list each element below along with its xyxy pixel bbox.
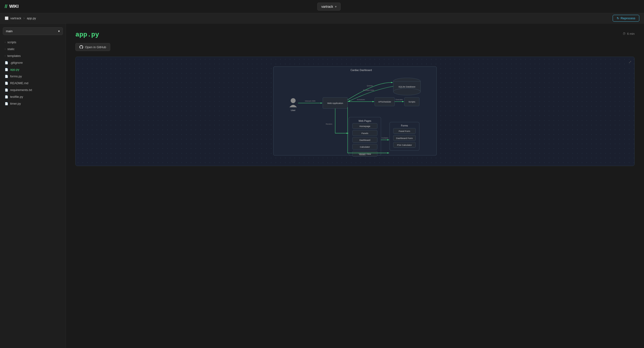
sidebar-item-label: templates [7, 54, 20, 58]
top-nav: // WIKI vartrack ▾ [0, 0, 644, 13]
webpages-group [349, 117, 381, 156]
expand-icon[interactable]: ⤢ [628, 60, 632, 64]
branch-name: main [6, 29, 12, 33]
chevron-down-icon: ▾ [335, 5, 336, 8]
chevron-right-icon: › [5, 55, 6, 57]
logo-slashes: // [5, 4, 7, 9]
reprocess-icon: ↻ [617, 16, 619, 20]
user-head [291, 98, 296, 103]
breadcrumb-repo[interactable]: vartrack [10, 16, 21, 20]
webpages-label: Web Pages [358, 119, 371, 122]
panelform-label: Panel Form [399, 130, 410, 132]
edge-label-executes: Executes [396, 99, 403, 101]
repo-name: vartrack [321, 5, 333, 8]
breadcrumb-separator: > [23, 16, 25, 20]
chevron-right-icon: › [5, 48, 6, 50]
sidebar-item-apppy[interactable]: 📄 app.py [1, 66, 65, 73]
sqlite-bottom [393, 88, 421, 95]
sidebar-item-readmemd[interactable]: 📄 README.md [1, 80, 65, 87]
repo-selector[interactable]: vartrack ▾ [317, 2, 340, 10]
reprocess-label: Reprocess [621, 16, 635, 20]
sidebar-item-label: static [7, 47, 14, 51]
edge-label-provides: Provides Data [363, 89, 374, 91]
read-time: ⏱ 6 min [622, 32, 634, 35]
sidebar-item-testfilepy[interactable]: 📄 testfile.py [1, 93, 65, 100]
open-in-github-button[interactable]: Open in GitHub [76, 43, 110, 51]
edge-label-interacts: Interacts With [305, 100, 316, 102]
github-icon [80, 45, 83, 49]
edge-label-schedules: Schedules [357, 99, 365, 101]
edge-label-renders: Renders [326, 123, 332, 125]
ps4calc-label: PS4 Calculator [397, 144, 412, 146]
file-icon: 📄 [5, 68, 8, 71]
calculator-label: Calculator [360, 146, 370, 148]
chevron-right-icon: › [5, 41, 6, 43]
sidebar-item-label: scripts [7, 40, 16, 44]
cardiac-dashboard-label: Cardiac Dashboard [350, 69, 372, 71]
file-icon: 📄 [5, 61, 8, 64]
sidebar-item-label: requirements.txt [10, 88, 32, 92]
forms-label: Forms [401, 124, 408, 127]
sidebar: main ▾ › scripts › static › templates 📄 … [0, 23, 66, 348]
file-icon: 📄 [5, 95, 8, 99]
edge-label-queries: Queries [367, 85, 373, 87]
branch-arrow-icon: ▾ [58, 29, 60, 33]
webapp-label: Web Application [327, 102, 343, 104]
branch-selector[interactable]: main ▾ [3, 27, 63, 35]
diagram-container: ⤢ Cardiac Dashboard SQLite Datab [76, 57, 634, 166]
sidebar-item-scripts[interactable]: › scripts [1, 39, 65, 46]
logo-text: WIKI [9, 4, 18, 9]
dashboard-label: Dashboard [360, 139, 370, 141]
file-icon: 📄 [5, 82, 8, 85]
sidebar-item-label: forms.py [10, 75, 22, 78]
user-label: User [291, 109, 296, 111]
sidebar-item-label: .gitignore [10, 61, 22, 64]
page-title: app.py [76, 31, 634, 38]
scripts-label: Scripts [408, 100, 415, 103]
sqlite-label: SQLite Database [398, 85, 416, 88]
sidebar-item-label: timer.py [10, 102, 21, 105]
file-icon: 📄 [5, 75, 8, 78]
clock-icon: ⏱ [622, 32, 626, 35]
breadcrumb: ⬜ vartrack > app.py [5, 16, 36, 20]
logo: // WIKI [5, 4, 18, 9]
apscheduler-label: APScheduler [378, 100, 391, 103]
file-icon: 📄 [5, 102, 8, 105]
sidebar-item-formspy[interactable]: 📄 forms.py [1, 73, 65, 80]
content-area: app.py ⏱ 6 min Open in GitHub ⤢ [66, 23, 644, 348]
sidebar-item-static[interactable]: › static [1, 46, 65, 52]
sidebar-item-label: README.md [10, 81, 28, 85]
panels-label: Panels [362, 132, 368, 135]
sidebar-item-timerpy[interactable]: 📄 timer.py [1, 100, 65, 107]
sidebar-item-label: testfile.py [10, 95, 23, 99]
main-layout: main ▾ › scripts › static › templates 📄 … [0, 23, 644, 348]
file-icon: 📄 [5, 88, 8, 92]
sidebar-item-templates[interactable]: › templates [1, 52, 65, 59]
breadcrumb-file: app.py [27, 16, 36, 20]
sidebar-item-gitignore[interactable]: 📄 .gitignore [1, 59, 65, 66]
sidebar-item-requirementstxt[interactable]: 📄 requirements.txt [1, 87, 65, 93]
sidebar-item-label: app.py [10, 68, 19, 71]
dashboardform-label: Dashboard Form [396, 137, 413, 140]
breadcrumb-bar: ⬜ vartrack > app.py ↻ Reprocess [0, 13, 644, 23]
edge-label-handles: Handles [359, 154, 366, 156]
reprocess-button[interactable]: ↻ Reprocess [613, 15, 639, 22]
read-time-value: 6 min [627, 32, 634, 35]
homepage-label: Homepage [360, 125, 370, 128]
monitor-icon: ⬜ [5, 16, 8, 20]
edge-label-contains: Contains [382, 137, 388, 139]
github-btn-label: Open in GitHub [85, 45, 106, 49]
architecture-diagram: Cardiac Dashboard SQLite Database User W… [80, 62, 630, 160]
